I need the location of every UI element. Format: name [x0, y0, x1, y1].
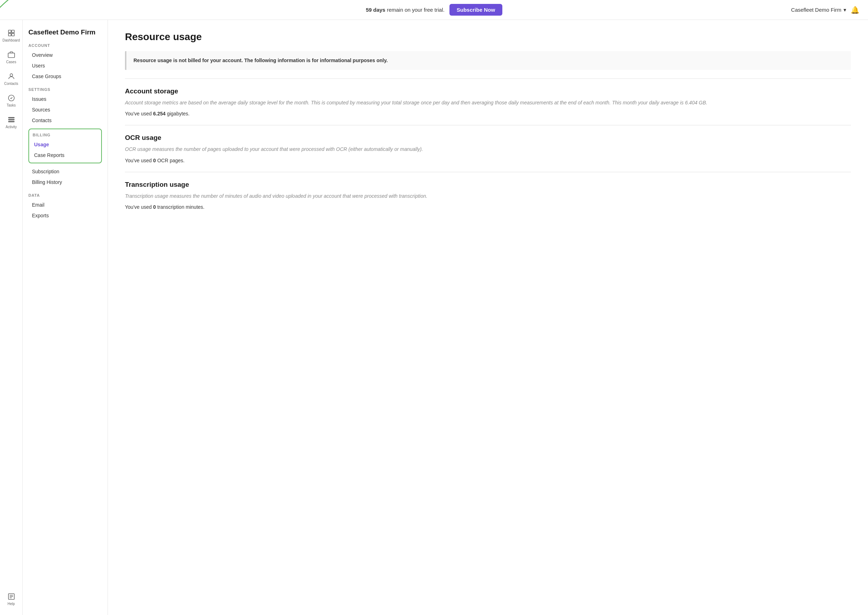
nav-tasks-label: Tasks: [7, 103, 16, 107]
account-storage-usage: You've used 6.254 gigabytes.: [125, 111, 851, 117]
firm-name-dropdown[interactable]: Casefleet Demo Firm ▾: [791, 7, 846, 13]
account-storage-value: 6.254: [153, 111, 165, 117]
svg-rect-4: [8, 53, 14, 58]
ocr-usage-value: 0: [153, 158, 156, 163]
trial-days: 59 days: [366, 7, 385, 13]
nav-contacts-label: Contacts: [4, 82, 18, 86]
trial-suffix: remain on your free trial.: [385, 7, 444, 13]
nav-cases-label: Cases: [6, 60, 16, 64]
sidemenu-contacts[interactable]: Contacts: [28, 115, 102, 126]
sidemenu-firm-name: Casefleet Demo Firm: [28, 28, 102, 36]
main-content: Resource usage Resource usage is not bil…: [108, 20, 868, 615]
subscribe-button[interactable]: Subscribe Now: [449, 4, 502, 16]
account-section-label: ACCOUNT: [28, 43, 102, 48]
transcription-usage-title: Transcription usage: [125, 181, 851, 189]
notification-bell-icon[interactable]: 🔔: [851, 6, 859, 14]
svg-rect-7: [8, 117, 14, 118]
nav-activity-label: Activity: [6, 125, 17, 129]
nav-tasks[interactable]: Tasks: [0, 91, 22, 111]
svg-rect-9: [8, 122, 14, 122]
sidemenu-overview[interactable]: Overview: [28, 50, 102, 60]
trial-notice: 59 days remain on your free trial. Subsc…: [366, 4, 502, 16]
transcription-usage-desc: Transcription usage measures the number …: [125, 192, 851, 200]
icon-nav: Dashboard Cases Contacts Tasks Acti: [0, 20, 23, 615]
transcription-usage-suffix: transcription minutes.: [156, 204, 204, 210]
topbar-right: Casefleet Demo Firm ▾ 🔔: [791, 6, 859, 14]
page-title: Resource usage: [125, 31, 851, 43]
sidemenu-users[interactable]: Users: [28, 60, 102, 71]
divider-1: [125, 78, 851, 79]
transcription-usage-value: 0: [153, 204, 156, 210]
topbar: 59 days remain on your free trial. Subsc…: [0, 0, 868, 20]
nav-contacts[interactable]: Contacts: [0, 69, 22, 89]
ocr-usage-title: OCR usage: [125, 134, 851, 142]
settings-section-label: SETTINGS: [28, 87, 102, 92]
chevron-down-icon: ▾: [843, 7, 846, 13]
sidemenu: Casefleet Demo Firm ACCOUNT Overview Use…: [23, 20, 108, 615]
svg-point-5: [10, 74, 12, 76]
nav-dashboard-label: Dashboard: [3, 38, 20, 42]
sidemenu-exports[interactable]: Exports: [28, 210, 102, 221]
account-storage-desc: Account storage metrics are based on the…: [125, 99, 851, 106]
info-banner: Resource usage is not billed for your ac…: [125, 51, 851, 70]
billing-highlighted-box: BILLING Usage Case Reports: [28, 128, 102, 163]
main-layout: Dashboard Cases Contacts Tasks Acti: [0, 20, 868, 615]
billing-section-label: BILLING: [31, 133, 100, 137]
nav-help-label: Help: [8, 602, 15, 606]
account-storage-title: Account storage: [125, 87, 851, 95]
svg-rect-8: [8, 119, 14, 120]
account-storage-usage-prefix: You've used: [125, 111, 153, 117]
sidemenu-sources[interactable]: Sources: [28, 105, 102, 115]
transcription-usage-usage: You've used 0 transcription minutes.: [125, 204, 851, 210]
svg-rect-3: [11, 33, 14, 36]
account-storage-usage-suffix: gigabytes.: [165, 111, 190, 117]
sidemenu-usage[interactable]: Usage: [31, 139, 100, 150]
sidemenu-billing-history[interactable]: Billing History: [28, 177, 102, 187]
svg-rect-1: [11, 30, 14, 33]
transcription-usage-prefix: You've used: [125, 204, 153, 210]
divider-2: [125, 125, 851, 125]
nav-dashboard[interactable]: Dashboard: [0, 26, 22, 46]
sidemenu-case-groups[interactable]: Case Groups: [28, 71, 102, 82]
nav-cases[interactable]: Cases: [0, 47, 22, 67]
nav-activity[interactable]: Activity: [0, 112, 22, 133]
svg-rect-0: [8, 30, 11, 33]
nav-help[interactable]: Help: [0, 589, 22, 609]
ocr-usage-prefix: You've used: [125, 158, 153, 163]
divider-3: [125, 172, 851, 172]
svg-rect-2: [8, 33, 11, 36]
sidemenu-subscription[interactable]: Subscription: [28, 166, 102, 177]
data-section-label: DATA: [28, 193, 102, 197]
sidemenu-email[interactable]: Email: [28, 200, 102, 210]
sidemenu-case-reports[interactable]: Case Reports: [31, 150, 100, 161]
ocr-usage-suffix: OCR pages.: [156, 158, 185, 163]
ocr-usage-usage: You've used 0 OCR pages.: [125, 158, 851, 163]
firm-name-label: Casefleet Demo Firm: [791, 7, 842, 13]
sidemenu-issues[interactable]: Issues: [28, 94, 102, 105]
trial-text: 59 days remain on your free trial.: [366, 7, 444, 13]
ocr-usage-desc: OCR usage measures the number of pages u…: [125, 145, 851, 153]
